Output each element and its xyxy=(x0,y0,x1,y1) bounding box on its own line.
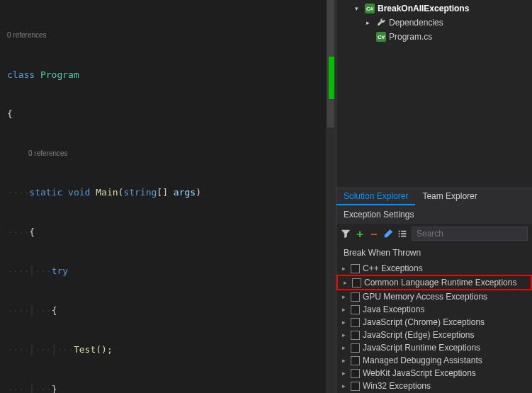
exception-toolbar: + − xyxy=(336,224,532,244)
exception-label: Win32 Exceptions xyxy=(363,381,431,391)
edit-icon[interactable] xyxy=(383,228,393,239)
tab-solution-explorer[interactable]: Solution Explorer xyxy=(336,188,415,205)
checkbox[interactable] xyxy=(351,305,360,314)
expand-arrow-icon[interactable]: ▸ xyxy=(342,306,348,313)
collapse-arrow-icon[interactable]: ▾ xyxy=(355,5,362,12)
checkbox[interactable] xyxy=(351,331,360,340)
brace: } xyxy=(52,384,57,394)
file-name: Program.cs xyxy=(389,32,432,42)
checkbox[interactable] xyxy=(351,369,360,378)
minimap-marker xyxy=(329,57,334,99)
checkbox[interactable] xyxy=(352,278,361,287)
exception-category[interactable]: ▸ WebKit JavaScript Exceptions xyxy=(336,367,532,380)
exception-list: ▸ C++ Exceptions ▸ Common Language Runti… xyxy=(336,262,532,393)
checkbox[interactable] xyxy=(351,382,360,391)
right-panel: ▾ C# BreakOnAllExceptions ▸ Dependencies… xyxy=(336,0,532,393)
deps-label: Dependencies xyxy=(389,18,443,28)
expand-arrow-icon[interactable]: ▸ xyxy=(342,331,348,338)
exception-label: WebKit JavaScript Exceptions xyxy=(363,368,476,378)
checkbox[interactable] xyxy=(351,343,360,353)
codelens[interactable]: 0 references xyxy=(7,29,336,42)
exception-label: Common Language Runtime Exceptions xyxy=(364,278,516,287)
type: string xyxy=(123,187,157,198)
code-editor[interactable]: 0 references class Program { 0 reference… xyxy=(0,0,336,393)
break-when-thrown-header: Break When Thrown xyxy=(336,244,532,262)
project-name: BreakOnAllExceptions xyxy=(378,4,469,13)
csharp-file-icon: C# xyxy=(376,32,386,42)
brace: { xyxy=(52,305,57,316)
exception-category[interactable]: ▸ JavaScript (Chrome) Exceptions xyxy=(336,316,532,329)
expand-arrow-icon[interactable]: ▸ xyxy=(342,319,348,326)
highlighted-exception: ▸ Common Language Runtime Exceptions xyxy=(336,275,532,290)
tab-team-explorer[interactable]: Team Explorer xyxy=(415,188,484,205)
kw: void xyxy=(68,187,90,198)
checkbox[interactable] xyxy=(351,264,360,273)
expand-arrow-icon[interactable]: ▸ xyxy=(342,382,348,389)
exception-label: JavaScript (Chrome) Exceptions xyxy=(363,317,485,327)
codelens[interactable]: 0 references xyxy=(7,147,336,161)
exception-label: JavaScript (Edge) Exceptions xyxy=(363,330,474,340)
method-name: Main xyxy=(96,187,118,198)
exception-label: C++ Exceptions xyxy=(363,263,423,273)
exception-category[interactable]: ▸ JavaScript Runtime Exceptions xyxy=(336,341,532,354)
exception-category[interactable]: ▸ JavaScript (Edge) Exceptions xyxy=(336,329,532,341)
exception-category[interactable]: ▸ Managed Debugging Assistants xyxy=(336,354,532,367)
filter-icon[interactable] xyxy=(341,228,351,239)
exception-category[interactable]: ▸ Common Language Runtime Exceptions xyxy=(338,276,531,289)
expand-arrow-icon[interactable]: ▸ xyxy=(342,357,348,364)
exception-label: JavaScript Runtime Exceptions xyxy=(363,343,480,353)
exception-category[interactable]: ▸ Java Exceptions xyxy=(336,303,532,316)
exception-category[interactable]: ▸ GPU Memory Access Exceptions xyxy=(336,290,532,303)
kw: static xyxy=(29,187,62,198)
call: Test(); xyxy=(74,344,113,355)
explorer-tabs: Solution Explorer Team Explorer xyxy=(336,188,532,205)
checkbox[interactable] xyxy=(351,292,360,302)
add-icon[interactable]: + xyxy=(355,228,365,239)
solution-explorer-tree[interactable]: ▾ C# BreakOnAllExceptions ▸ Dependencies… xyxy=(336,0,532,188)
csharp-project-icon: C# xyxy=(365,4,375,13)
expand-arrow-icon[interactable]: ▸ xyxy=(342,293,348,300)
exception-category[interactable]: ▸ Win32 Exceptions xyxy=(336,380,532,392)
tree-project[interactable]: ▾ C# BreakOnAllExceptions xyxy=(355,1,532,16)
list-icon[interactable] xyxy=(397,228,407,239)
tree-file[interactable]: C# Program.cs xyxy=(355,30,532,44)
param: args xyxy=(174,187,196,198)
exception-label: GPU Memory Access Exceptions xyxy=(363,292,487,302)
kw-try: try xyxy=(52,266,68,276)
brace: { xyxy=(29,227,35,237)
tree-deps[interactable]: ▸ Dependencies xyxy=(355,16,532,30)
checkbox[interactable] xyxy=(351,318,360,327)
p: ) xyxy=(196,187,201,198)
expand-arrow-icon[interactable]: ▸ xyxy=(342,265,348,272)
exception-label: Managed Debugging Assistants xyxy=(363,355,482,365)
class-name: Program xyxy=(40,69,79,80)
brace: { xyxy=(7,108,13,119)
expand-arrow-icon[interactable]: ▸ xyxy=(342,344,348,351)
remove-icon[interactable]: − xyxy=(369,228,379,239)
exception-settings-title: Exception Settings xyxy=(336,205,532,224)
expand-arrow-icon[interactable]: ▸ xyxy=(366,19,373,26)
exception-category[interactable]: ▸ C++ Exceptions xyxy=(336,262,532,275)
checkbox[interactable] xyxy=(351,356,360,365)
exception-label: Java Exceptions xyxy=(363,304,424,314)
p: [] xyxy=(157,187,168,198)
search-input[interactable] xyxy=(412,227,528,241)
wrench-icon xyxy=(376,18,386,28)
expand-arrow-icon[interactable]: ▸ xyxy=(344,279,349,286)
expand-arrow-icon[interactable]: ▸ xyxy=(342,370,348,377)
kw-class: class xyxy=(7,69,35,80)
